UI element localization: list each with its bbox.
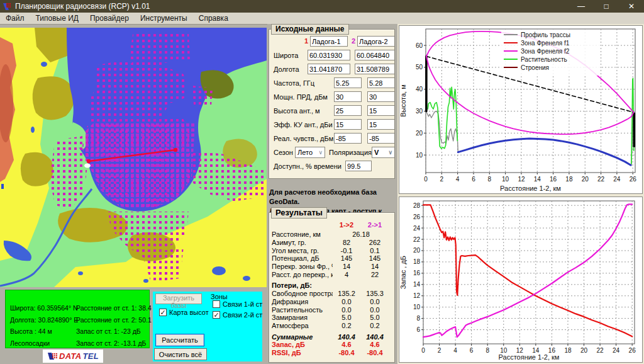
longitude-1-input[interactable] bbox=[308, 64, 350, 74]
menu-item-1[interactable]: Файл bbox=[0, 13, 30, 24]
svg-text:10: 10 bbox=[413, 304, 421, 310]
latitude-1-input[interactable] bbox=[308, 50, 350, 60]
svg-text:0: 0 bbox=[421, 347, 425, 354]
app-window: Планировщик радиосвязи (RCP) v1.01 — □ ✕… bbox=[0, 0, 644, 364]
svg-text:10: 10 bbox=[502, 176, 509, 183]
results-row: Запас, дБ4.64.6 bbox=[272, 341, 392, 349]
links2-checkbox[interactable]: ✓ Связи 2-й ст bbox=[213, 311, 262, 319]
results-row: Потенциал, дБ145145 bbox=[272, 254, 392, 263]
frequency-1-input[interactable] bbox=[334, 77, 362, 88]
longitude-2-input[interactable] bbox=[355, 64, 395, 74]
svg-text:28: 28 bbox=[413, 202, 421, 209]
map-info-item: Запас от ст. 1: -23 дБ bbox=[76, 327, 149, 339]
menu-item-5[interactable]: Справка bbox=[193, 13, 234, 24]
station-2-name-input[interactable] bbox=[357, 36, 395, 47]
close-button[interactable]: ✕ bbox=[619, 0, 644, 13]
availability-input[interactable] bbox=[345, 161, 372, 171]
svg-text:20: 20 bbox=[416, 130, 423, 137]
svg-text:0: 0 bbox=[424, 176, 428, 183]
svg-text:22: 22 bbox=[597, 347, 604, 354]
input-data-panel: Исходные данные 1 2 Широта Долгота bbox=[269, 29, 395, 179]
station-1-dot[interactable] bbox=[87, 159, 91, 163]
svg-text:20: 20 bbox=[413, 247, 421, 254]
map-pond bbox=[143, 279, 148, 283]
map-info-item: Широта: 60.359564° N bbox=[10, 304, 75, 316]
height-map-checkbox[interactable]: ✓ Карта высот bbox=[159, 309, 209, 316]
results-row-value-1: 5.0 bbox=[333, 314, 360, 321]
svg-text:24: 24 bbox=[613, 347, 620, 354]
datatel-logo-icon bbox=[47, 351, 58, 361]
results-row-value-2: 0.0 bbox=[360, 306, 389, 314]
results-row-value-2: 0.2 bbox=[360, 322, 389, 329]
results-panel: Результаты 1->2 2->1 Расстояние, км26.18… bbox=[269, 212, 395, 363]
menu-item-3[interactable]: Провайдер bbox=[84, 13, 135, 24]
svg-text:8: 8 bbox=[486, 347, 489, 354]
results-row-label: Угол места, гр. bbox=[272, 247, 333, 254]
links1-checkbox[interactable]: Связи 1-й ст bbox=[213, 300, 262, 308]
antenna-gain-2-input[interactable] bbox=[367, 119, 395, 130]
sensitivity-1-input[interactable] bbox=[334, 133, 362, 144]
polarization-value: V bbox=[374, 149, 379, 156]
results-row-value-1: 140.4 bbox=[333, 333, 360, 341]
map-pond bbox=[41, 62, 47, 67]
results-row: Атмосфера0.20.2 bbox=[272, 322, 392, 330]
svg-text:16: 16 bbox=[413, 270, 421, 276]
latitude-label: Широта bbox=[274, 52, 298, 59]
menu-item-4[interactable]: Инструменты bbox=[135, 13, 193, 24]
coverage-map[interactable] bbox=[0, 28, 267, 287]
results-row: Суммарные140.4140.4 bbox=[272, 333, 392, 341]
svg-text:60: 60 bbox=[416, 42, 423, 49]
station-1-name-input[interactable] bbox=[310, 36, 348, 47]
map-info-panel: Широта: 60.359564° NДолгота: 30.824890° … bbox=[5, 290, 150, 348]
zones-label: Зоны bbox=[211, 293, 228, 300]
app-logo-icon bbox=[3, 3, 11, 11]
svg-text:24: 24 bbox=[613, 176, 621, 183]
tx-power-row: Мощн. ПРД, дБм bbox=[271, 91, 392, 105]
antenna-gain-1-input[interactable] bbox=[334, 119, 362, 130]
height-map-checkbox-box[interactable]: ✓ bbox=[159, 309, 167, 316]
results-row: RSSI, дБ-80.4-80.4 bbox=[272, 349, 392, 357]
sensitivity-2-input[interactable] bbox=[367, 133, 395, 144]
links1-checkbox-box[interactable] bbox=[213, 300, 220, 308]
results-row: Азимут, гр.82262 bbox=[272, 239, 392, 247]
results-row: Расст. до перекр., км422 bbox=[272, 270, 392, 278]
results-row-value-1: 82 bbox=[333, 239, 360, 246]
antenna-gain-label: Эфф. КУ ант., дБи bbox=[274, 121, 333, 128]
svg-text:50: 50 bbox=[416, 64, 423, 71]
polarization-select[interactable]: V ∨ bbox=[372, 147, 395, 158]
frequency-2-input[interactable] bbox=[367, 77, 395, 88]
margin-chart: 0246810121416182022242668101214161820222… bbox=[399, 197, 642, 362]
results-row-value-1: 0.0 bbox=[333, 306, 360, 314]
antenna-height-2-input[interactable] bbox=[367, 105, 395, 116]
results-row: Расстояние, км26.18 bbox=[272, 230, 392, 239]
links2-checkbox-box[interactable]: ✓ bbox=[213, 311, 220, 319]
results-row-value-2: 0.0 bbox=[360, 298, 389, 305]
season-select[interactable]: Лето ∨ bbox=[295, 147, 325, 158]
svg-text:6: 6 bbox=[416, 326, 420, 333]
results-row-value-1: 0.2 bbox=[333, 322, 360, 329]
map-pond bbox=[212, 266, 226, 275]
results-row-value-2: 5.0 bbox=[360, 314, 389, 321]
tx-power-1-input[interactable] bbox=[334, 91, 362, 102]
svg-text:Высота, м: Высота, м bbox=[399, 84, 407, 117]
clear-all-button[interactable]: Очистить всё bbox=[154, 348, 207, 360]
minimize-button[interactable]: — bbox=[569, 0, 594, 13]
results-row-value-1: 4.6 bbox=[333, 341, 360, 348]
menu-item-2[interactable]: Типовые ИД bbox=[30, 13, 84, 24]
latitude-2-input[interactable] bbox=[355, 50, 395, 60]
longitude-label: Долгота bbox=[274, 65, 299, 73]
svg-text:22: 22 bbox=[597, 176, 605, 183]
station-2-dot[interactable] bbox=[174, 148, 177, 152]
results-row-label: Дифракция bbox=[272, 298, 333, 305]
antenna-height-1-input[interactable] bbox=[334, 105, 362, 116]
map-info-item: Расстояние от ст. 1: 38.4 км bbox=[76, 304, 149, 316]
results-row-label: Потери, дБ: bbox=[272, 282, 392, 289]
results-row-label: Атмосфера bbox=[272, 322, 333, 329]
season-label: Сезон bbox=[274, 149, 293, 156]
svg-text:18: 18 bbox=[564, 347, 572, 354]
maximize-button[interactable]: □ bbox=[594, 0, 619, 13]
calculate-button[interactable]: Рассчитать bbox=[155, 334, 204, 346]
tx-power-2-input[interactable] bbox=[367, 91, 395, 102]
map-pond bbox=[243, 276, 250, 281]
load-bases-button[interactable]: Загрузить базы bbox=[155, 293, 202, 304]
